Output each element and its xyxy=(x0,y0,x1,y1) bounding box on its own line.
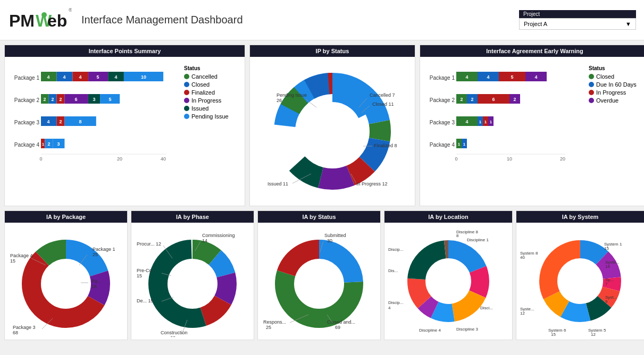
ia-early-warning-panel: Interface Agreement Early Warning Packag… xyxy=(420,45,644,206)
ip-by-status-panel: IP by Status xyxy=(249,45,415,206)
svg-text:0: 0 xyxy=(39,156,42,162)
svg-text:®: ® xyxy=(69,7,72,13)
svg-text:Procur... 12: Procur... 12 xyxy=(137,241,161,247)
project-label: Project xyxy=(519,10,636,18)
project-selector: Project Project A ▼ xyxy=(519,10,636,30)
svg-text:3: 3 xyxy=(93,97,95,102)
ips-content: Package 1 Package 2 Package 3 Package 4 … xyxy=(5,57,245,205)
svg-text:Package 4: Package 4 xyxy=(10,253,33,258)
svg-text:6: 6 xyxy=(74,97,77,102)
svg-text:2: 2 xyxy=(59,119,62,124)
ia-package-content: Package 1 25 Pa... 16 Package 3 68 Packa… xyxy=(5,223,127,340)
svg-text:14: 14 xyxy=(605,264,610,269)
legend-inprogress: In Progress xyxy=(184,97,238,104)
svg-text:Package 3: Package 3 xyxy=(430,120,455,125)
svg-text:2: 2 xyxy=(460,97,463,102)
svg-text:15: 15 xyxy=(604,246,609,251)
iaew-due60-dot xyxy=(589,82,594,87)
iaew-header: Interface Agreement Early Warning xyxy=(420,45,644,57)
svg-text:2: 2 xyxy=(471,97,473,102)
svg-text:Discipline 3: Discipline 3 xyxy=(456,327,478,332)
top-section: Interface Points Summary Package 1 Packa… xyxy=(4,45,640,206)
ia-status-header: IA by Status xyxy=(258,211,380,223)
svg-text:PM: PM xyxy=(9,11,35,30)
svg-text:eb: eb xyxy=(47,11,67,30)
svg-text:De... 15: De... 15 xyxy=(137,298,154,303)
iaew-inprogress-label: In Progress xyxy=(596,89,626,96)
iaew-content: Package 1 Package 2 Package 3 Package 4 … xyxy=(420,57,644,205)
svg-text:2: 2 xyxy=(59,97,62,102)
chevron-down-icon: ▼ xyxy=(625,21,631,27)
svg-text:4: 4 xyxy=(388,306,391,310)
ia-package-header: IA by Package xyxy=(5,211,127,223)
svg-text:69: 69 xyxy=(335,325,340,330)
svg-text:Package 2: Package 2 xyxy=(14,97,40,103)
svg-text:9: 9 xyxy=(605,299,608,304)
iaew-legend-closed: Closed xyxy=(589,73,643,80)
ia-phase-header: IA by Phase xyxy=(131,211,254,223)
iaew-legend-due60: Due In 60 Days xyxy=(589,81,643,88)
iaew-due60-label: Due In 60 Days xyxy=(596,81,637,88)
svg-text:15: 15 xyxy=(551,332,556,337)
svg-text:Package 3: Package 3 xyxy=(13,325,36,330)
svg-text:7: 7 xyxy=(605,282,608,286)
svg-text:5: 5 xyxy=(96,74,99,80)
ip-status-header: IP by Status xyxy=(250,45,415,57)
header: PM W eb ® Interface Management Dashboard… xyxy=(0,0,644,40)
svg-text:4: 4 xyxy=(79,74,81,80)
svg-text:30: 30 xyxy=(327,238,332,243)
svg-text:25: 25 xyxy=(266,325,271,330)
issued-dot xyxy=(184,106,189,111)
svg-text:Pre-Co...: Pre-Co... xyxy=(137,268,156,273)
svg-text:Discip...: Discip... xyxy=(388,247,403,252)
ia-status-content: Submitted 30 Closed and... 69 Respons...… xyxy=(258,223,380,340)
ia-location-header: IA by Location xyxy=(384,211,512,223)
svg-text:In Progress 12: In Progress 12 xyxy=(356,181,388,187)
project-value: Project A xyxy=(524,21,547,27)
ia-by-location-panel: IA by Location Discipline 1 Discipline 8 xyxy=(384,210,513,340)
svg-text:20: 20 xyxy=(117,156,122,162)
svg-text:2: 2 xyxy=(51,97,54,102)
ia-package-donut: Package 1 25 Pa... 16 Package 3 68 Packa… xyxy=(7,225,124,337)
svg-text:Closed 11: Closed 11 xyxy=(372,102,394,107)
ips-legend: Status Cancelled Closed Finalized xyxy=(182,61,240,200)
inprogress-label: In Progress xyxy=(191,97,221,104)
svg-text:Package 4: Package 4 xyxy=(430,142,455,148)
svg-text:15: 15 xyxy=(137,273,142,278)
iaew-chart-area: Package 1 Package 2 Package 3 Package 4 … xyxy=(424,61,587,200)
svg-text:1: 1 xyxy=(479,120,482,124)
iaew-bar-chart: Package 1 Package 2 Package 3 Package 4 … xyxy=(427,64,587,197)
svg-text:25: 25 xyxy=(93,252,98,257)
svg-text:5: 5 xyxy=(511,74,513,80)
svg-text:10: 10 xyxy=(507,156,512,162)
svg-text:8: 8 xyxy=(456,233,459,238)
svg-text:Discipline 4: Discipline 4 xyxy=(419,328,441,333)
finalized-dot xyxy=(184,90,189,95)
iaew-legend-inprogress: In Progress xyxy=(589,89,643,96)
svg-text:2: 2 xyxy=(43,97,46,102)
svg-text:Closed and...: Closed and... xyxy=(327,319,355,325)
svg-text:40: 40 xyxy=(161,156,166,162)
project-dropdown[interactable]: Project A ▼ xyxy=(519,18,636,30)
svg-text:20: 20 xyxy=(560,156,565,162)
svg-text:Pa...: Pa... xyxy=(91,278,102,284)
pending-label: Pending Issue xyxy=(191,113,229,120)
legend-closed: Closed xyxy=(184,81,238,88)
ips-chart-area: Package 1 Package 2 Package 3 Package 4 … xyxy=(9,61,182,200)
svg-text:Package 2: Package 2 xyxy=(430,97,455,103)
svg-point-109 xyxy=(46,264,86,304)
main-content: Interface Points Summary Package 1 Packa… xyxy=(0,40,644,344)
legend-finalized: Finalized xyxy=(184,89,238,96)
svg-text:2: 2 xyxy=(47,141,50,147)
dashboard-title: Interface Management Dashboard xyxy=(81,14,243,26)
svg-text:14: 14 xyxy=(202,238,207,243)
svg-text:12: 12 xyxy=(591,332,596,337)
iaew-inprogress-dot xyxy=(589,90,594,95)
svg-text:5: 5 xyxy=(108,97,111,102)
iaew-closed-label: Closed xyxy=(596,73,614,80)
ia-system-header: IA by System xyxy=(516,211,644,223)
svg-text:Construction: Construction xyxy=(161,330,188,335)
svg-text:Cancelled 7: Cancelled 7 xyxy=(370,92,395,98)
ia-system-content: System 1 15 Syste... 14 Sy... 7 Syst... … xyxy=(516,223,644,340)
ia-by-system-panel: IA by System System 1 15 xyxy=(516,210,644,340)
